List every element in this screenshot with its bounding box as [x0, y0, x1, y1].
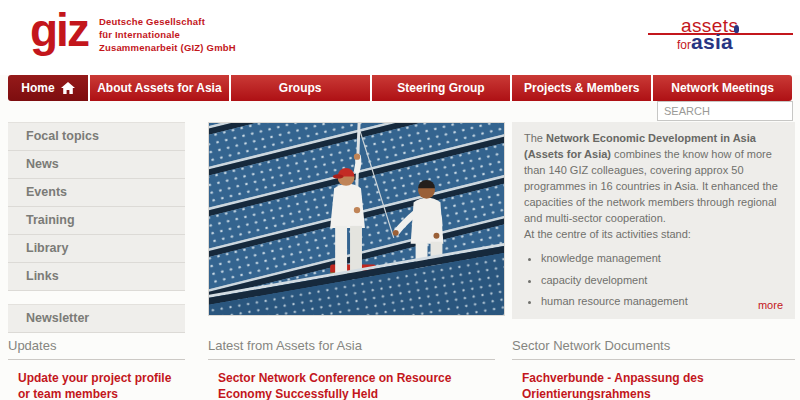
giz-tagline-line: Deutsche Gesellschaft: [99, 15, 236, 28]
main-nav: Home About Assets for Asia Groups Steeri…: [8, 75, 792, 101]
document-link[interactable]: Fachverbunde - Anpassung des Orientierun…: [522, 370, 795, 400]
nav-tab-projects-members[interactable]: Projects & Members: [510, 75, 651, 101]
nav-tab-groups[interactable]: Groups: [229, 75, 370, 101]
sidebar-item-news[interactable]: News: [8, 151, 185, 179]
nav-label: Steering Group: [397, 81, 484, 95]
logo-person-icon: [734, 25, 739, 33]
giz-wordmark: giz: [30, 8, 88, 52]
nav-label: Network Meetings: [671, 81, 774, 95]
sidebar-item-focal-topics[interactable]: Focal topics: [8, 122, 185, 151]
sidebar-item-events[interactable]: Events: [8, 179, 185, 207]
nav-label: Groups: [279, 81, 322, 95]
nav-tab-about[interactable]: About Assets for Asia: [88, 75, 229, 101]
intro-activities-label: At the centre of its activities stand:: [524, 227, 783, 243]
page: giz Deutsche Gesellschaft für Internatio…: [0, 0, 800, 400]
more-link[interactable]: more: [758, 298, 783, 314]
sidebar: Focal topics News Events Training Librar…: [8, 122, 185, 333]
nav-label: About Assets for Asia: [97, 81, 221, 95]
intro-panel: The Network Economic Development in Asia…: [512, 122, 795, 319]
activity-item: capacity development: [541, 273, 783, 289]
assets-for-asia-logo[interactable]: assets forasia: [648, 14, 793, 62]
section-title: Latest from Assets for Asia: [208, 338, 495, 360]
updates-link[interactable]: Update your project profile or team memb…: [18, 370, 185, 400]
nav-tab-steering-group[interactable]: Steering Group: [370, 75, 511, 101]
home-icon: [61, 82, 75, 94]
activity-item: product development: [541, 316, 783, 319]
giz-logo[interactable]: giz Deutsche Gesellschaft für Internatio…: [30, 8, 236, 54]
activity-item: human resource management: [541, 294, 783, 310]
sidebar-gap: [8, 291, 185, 304]
documents-section: Sector Network Documents Fachverbunde - …: [512, 338, 795, 400]
sidebar-item-links[interactable]: Links: [8, 263, 185, 291]
solar-panel-cleaning-illustration: [209, 123, 504, 315]
updates-section: Updates Update your project profile or t…: [8, 338, 185, 400]
search-input[interactable]: [657, 101, 793, 121]
nav-label: Projects & Members: [524, 81, 639, 95]
nav-tab-network-meetings[interactable]: Network Meetings: [651, 75, 792, 101]
section-title: Sector Network Documents: [512, 338, 795, 360]
intro-text: The: [524, 132, 546, 144]
activities-list: knowledge management capacity developmen…: [524, 251, 783, 319]
giz-tagline: Deutsche Gesellschaft für Internationale…: [99, 15, 236, 54]
sidebar-item-training[interactable]: Training: [8, 207, 185, 235]
sidebar-item-library[interactable]: Library: [8, 235, 185, 263]
header: giz Deutsche Gesellschaft für Internatio…: [0, 0, 800, 75]
intro-paragraph: The Network Economic Development in Asia…: [524, 131, 783, 227]
activity-item: knowledge management: [541, 251, 783, 267]
solar-panels-photo: [208, 122, 505, 316]
section-title: Updates: [8, 338, 185, 360]
nav-tab-home[interactable]: Home: [8, 75, 88, 101]
logo-word-for: for: [677, 38, 691, 52]
latest-section: Latest from Assets for Asia Sector Netwo…: [208, 338, 495, 400]
giz-tagline-line: für Internationale: [99, 28, 236, 41]
nav-label: Home: [21, 81, 54, 95]
sidebar-item-newsletter[interactable]: Newsletter: [8, 304, 185, 333]
logo-word-asia: asia: [691, 30, 733, 53]
latest-news-link[interactable]: Sector Network Conference on Resource Ec…: [218, 370, 495, 400]
giz-tagline-line: Zusammenarbeit (GIZ) GmbH: [99, 41, 236, 54]
